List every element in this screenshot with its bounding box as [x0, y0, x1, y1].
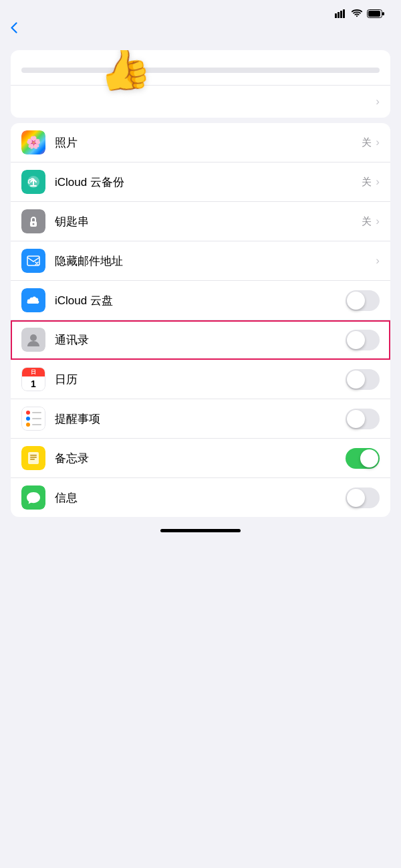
contacts-toggle[interactable]: [346, 330, 380, 350]
svg-rect-13: [28, 452, 39, 464]
list-item-icloud-backup[interactable]: iCloud 云备份关›: [11, 162, 390, 202]
list-item-reminders[interactable]: 提醒事项: [11, 399, 390, 439]
svg-rect-15: [30, 457, 37, 458]
calendar-toggle[interactable]: [346, 369, 380, 390]
reminders-toggle[interactable]: [346, 409, 380, 429]
app-list: 🌸照片关› iCloud 云备份关› 钥匙串关›: [11, 123, 390, 517]
icloud-drive-toggle-knob: [347, 292, 365, 310]
messages-icon: [21, 485, 45, 510]
home-indicator: [0, 522, 401, 538]
storage-section-label: [0, 35, 401, 50]
notes-label: 备忘录: [55, 451, 346, 466]
battery-icon: [367, 9, 385, 18]
messages-toggle[interactable]: [346, 487, 380, 508]
svg-rect-16: [30, 459, 35, 460]
svg-rect-6: [368, 11, 380, 17]
reminders-icon: [21, 407, 45, 431]
icloud-drive-label: iCloud 云盘: [55, 293, 346, 308]
contacts-label: 通讯录: [55, 332, 346, 348]
photos-icon: 🌸: [21, 130, 45, 154]
icloud-drive-icon: [21, 288, 45, 312]
photos-status-wrap: 关›: [362, 136, 380, 149]
keychain-chevron-icon: ›: [376, 215, 380, 228]
storage-card: 👍 ›: [11, 50, 390, 118]
manage-chevron-icon: ›: [376, 95, 380, 108]
list-item-icloud-drive[interactable]: iCloud 云盘: [11, 281, 390, 320]
list-item-notes[interactable]: 备忘录: [11, 439, 390, 478]
hide-mail-label: 隐藏邮件地址: [55, 253, 376, 269]
wifi-icon: [351, 9, 363, 18]
notes-icon: [21, 446, 45, 470]
svg-rect-5: [382, 12, 384, 15]
svg-point-12: [30, 334, 37, 341]
notes-toggle[interactable]: [346, 448, 380, 469]
contacts-icon: [21, 328, 45, 352]
reminders-label: 提醒事项: [55, 411, 346, 427]
keychain-icon: [21, 209, 45, 233]
icloud-backup-status-text: 关: [362, 176, 372, 189]
icloud-backup-icon: [21, 170, 45, 194]
keychain-status-text: 关: [362, 215, 372, 228]
back-button[interactable]: [11, 22, 20, 33]
status-bar: [0, 0, 401, 22]
list-item-contacts[interactable]: 通讯录: [11, 320, 390, 360]
hide-mail-chevron-icon: ›: [376, 254, 380, 267]
list-item-hide-mail[interactable]: 隐藏邮件地址›: [11, 241, 390, 281]
hide-mail-icon: [21, 249, 45, 273]
home-bar: [160, 529, 241, 532]
manage-storage-row[interactable]: ›: [11, 85, 390, 118]
icloud-backup-status-wrap: 关›: [362, 175, 380, 189]
icloud-drive-toggle[interactable]: [346, 290, 380, 311]
hide-mail-status-wrap: ›: [376, 254, 380, 267]
keychain-status-wrap: 关›: [362, 215, 380, 228]
svg-rect-2: [340, 11, 342, 18]
status-icons: [335, 9, 385, 18]
svg-rect-3: [343, 9, 345, 18]
calendar-label: 日历: [55, 372, 346, 387]
list-item-messages[interactable]: 信息: [11, 478, 390, 517]
contacts-toggle-knob: [347, 331, 365, 349]
storage-info: [11, 50, 390, 85]
messages-toggle-knob: [347, 489, 365, 507]
list-item-photos[interactable]: 🌸照片关›: [11, 123, 390, 162]
svg-point-9: [33, 223, 35, 225]
list-item-calendar[interactable]: 日 1 日历: [11, 360, 390, 399]
reminders-toggle-knob: [347, 410, 365, 428]
icloud-backup-chevron-icon: ›: [376, 175, 380, 189]
storage-bar: [21, 68, 380, 73]
photos-label: 照片: [55, 135, 362, 150]
back-chevron-icon: [11, 22, 17, 33]
svg-rect-1: [338, 12, 340, 18]
notes-toggle-knob: [360, 449, 378, 467]
signal-icon: [335, 9, 347, 18]
keychain-label: 钥匙串: [55, 214, 362, 229]
icloud-backup-label: iCloud 云备份: [55, 175, 362, 190]
calendar-icon: 日 1: [21, 367, 45, 391]
photos-chevron-icon: ›: [376, 136, 380, 149]
svg-rect-0: [335, 13, 337, 18]
list-item-keychain[interactable]: 钥匙串关›: [11, 202, 390, 241]
nav-bar: [0, 22, 401, 35]
svg-rect-14: [30, 455, 37, 456]
photos-status-text: 关: [362, 136, 372, 149]
messages-label: 信息: [55, 490, 346, 506]
calendar-toggle-knob: [347, 370, 365, 389]
